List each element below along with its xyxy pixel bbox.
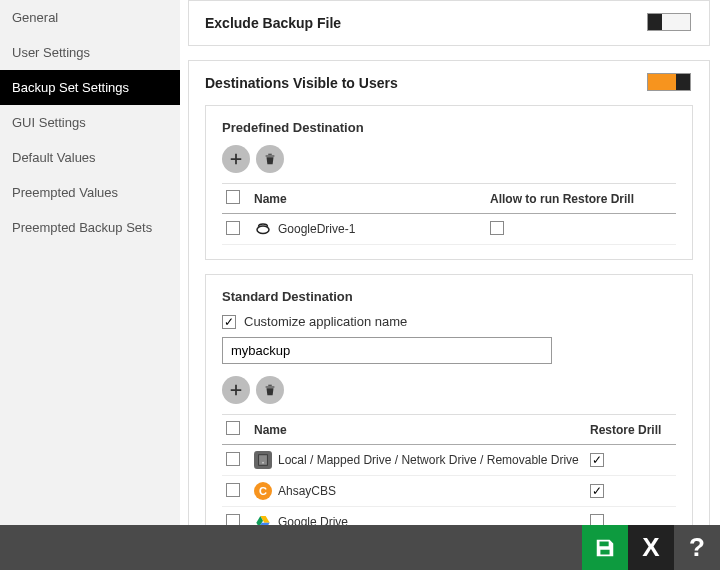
- sidebar: GeneralUser SettingsBackup Set SettingsG…: [0, 0, 180, 525]
- gdrive-icon: [254, 513, 272, 525]
- table-row: GoogleDrive-1: [222, 214, 676, 245]
- exclude-title: Exclude Backup File: [205, 15, 693, 31]
- delete-predefined-button[interactable]: [256, 145, 284, 173]
- table-row: Google Drive: [222, 507, 676, 526]
- trash-icon: [263, 152, 277, 166]
- col-name: Name: [250, 184, 486, 214]
- svg-point-2: [262, 462, 264, 464]
- row-restore-checkbox[interactable]: [490, 221, 504, 235]
- standard-title: Standard Destination: [222, 289, 676, 304]
- predefined-destination-panel: Predefined Destination Name Allow to run…: [205, 105, 693, 260]
- row-name: GoogleDrive-1: [278, 222, 355, 236]
- row-select-checkbox[interactable]: [226, 221, 240, 235]
- add-predefined-button[interactable]: [222, 145, 250, 173]
- row-restore-checkbox[interactable]: [590, 453, 604, 467]
- delete-standard-button[interactable]: [256, 376, 284, 404]
- sidebar-item-preempted-backup-sets[interactable]: Preempted Backup Sets: [0, 210, 180, 245]
- sidebar-item-backup-set-settings[interactable]: Backup Set Settings: [0, 70, 180, 105]
- ahsay-icon: C: [254, 482, 272, 500]
- svg-rect-1: [259, 455, 268, 466]
- row-select-checkbox[interactable]: [226, 452, 240, 466]
- plus-icon: [229, 152, 243, 166]
- local-drive-icon: [254, 451, 272, 469]
- trash-icon: [263, 383, 277, 397]
- customize-name-label: Customize application name: [244, 314, 407, 329]
- destinations-title: Destinations Visible to Users: [205, 75, 693, 91]
- row-name: Local / Mapped Drive / Network Drive / R…: [278, 453, 579, 467]
- predefined-title: Predefined Destination: [222, 120, 676, 135]
- row-name: AhsayCBS: [278, 484, 336, 498]
- sidebar-item-default-values[interactable]: Default Values: [0, 140, 180, 175]
- add-standard-button[interactable]: [222, 376, 250, 404]
- table-row: CAhsayCBS: [222, 476, 676, 507]
- standard-table: Name Restore Drill Local / Mapped Drive …: [222, 414, 676, 525]
- close-button[interactable]: X: [628, 525, 674, 570]
- col-restore: Restore Drill: [586, 415, 676, 445]
- sidebar-item-user-settings[interactable]: User Settings: [0, 35, 180, 70]
- content-area: Exclude Backup File Destinations Visible…: [180, 0, 720, 525]
- standard-select-all-checkbox[interactable]: [226, 421, 240, 435]
- save-button[interactable]: [582, 525, 628, 570]
- table-row: Local / Mapped Drive / Network Drive / R…: [222, 445, 676, 476]
- col-name: Name: [250, 415, 586, 445]
- svg-point-0: [257, 226, 269, 234]
- predefined-table: Name Allow to run Restore Drill GoogleDr…: [222, 183, 676, 245]
- exclude-toggle[interactable]: [647, 13, 691, 31]
- row-select-checkbox[interactable]: [226, 483, 240, 497]
- col-restore: Allow to run Restore Drill: [486, 184, 676, 214]
- destinations-panel: Destinations Visible to Users Predefined…: [188, 60, 710, 525]
- help-button[interactable]: ?: [674, 525, 720, 570]
- row-select-checkbox[interactable]: [226, 514, 240, 526]
- sidebar-item-general[interactable]: General: [0, 0, 180, 35]
- row-restore-checkbox[interactable]: [590, 484, 604, 498]
- sidebar-item-preempted-values[interactable]: Preempted Values: [0, 175, 180, 210]
- destinations-toggle[interactable]: [647, 73, 691, 91]
- plus-icon: [229, 383, 243, 397]
- application-name-input[interactable]: [222, 337, 552, 364]
- customize-name-checkbox[interactable]: [222, 315, 236, 329]
- standard-destination-panel: Standard Destination Customize applicati…: [205, 274, 693, 525]
- predefined-select-all-checkbox[interactable]: [226, 190, 240, 204]
- sidebar-item-gui-settings[interactable]: GUI Settings: [0, 105, 180, 140]
- row-restore-checkbox[interactable]: [590, 514, 604, 526]
- footer-bar: X ?: [0, 525, 720, 570]
- cloud-drive-icon: [254, 220, 272, 238]
- exclude-backup-panel: Exclude Backup File: [188, 0, 710, 46]
- svg-rect-3: [605, 542, 607, 545]
- row-name: Google Drive: [278, 515, 348, 525]
- save-icon: [594, 537, 616, 559]
